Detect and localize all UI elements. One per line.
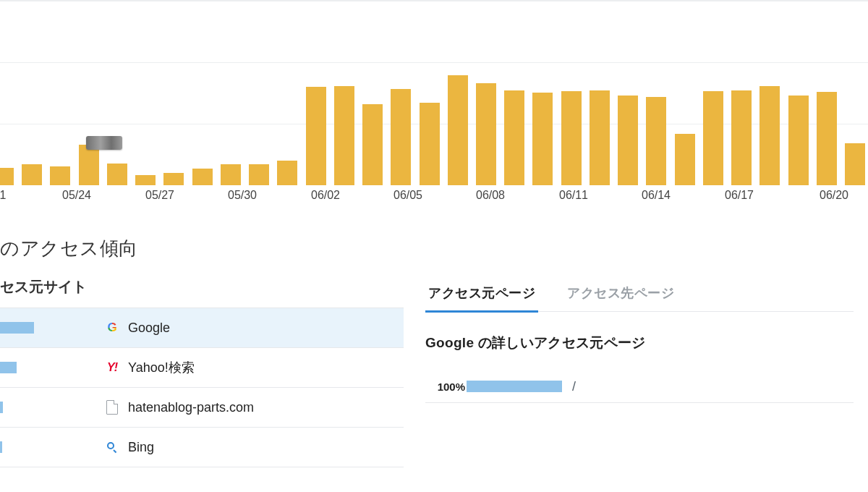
chart-bar[interactable] [703, 91, 723, 185]
chart-bar[interactable] [760, 86, 780, 185]
chart-x-tick: 06/02 [311, 189, 340, 202]
chart-x-tick: 1 [0, 189, 6, 202]
chart-bar[interactable] [590, 90, 610, 185]
chart-bar[interactable] [731, 90, 752, 185]
source-bar-cell [0, 308, 98, 347]
chart-x-tick: 05/30 [228, 189, 257, 202]
chart-bar[interactable] [0, 168, 14, 185]
source-row-google[interactable]: GGoogle [0, 308, 404, 348]
chart-bar[interactable] [817, 92, 837, 185]
chart-bar[interactable] [618, 96, 638, 185]
chart-x-axis: 105/2405/2705/3006/0206/0506/0806/1106/1… [0, 185, 868, 207]
source-label: Bing [128, 440, 154, 455]
chart-bar[interactable] [50, 166, 70, 185]
yahoo-icon: Y! [105, 360, 119, 375]
chart-x-tick: 06/11 [559, 189, 588, 202]
tab-destination-pages[interactable]: アクセス先ページ [564, 277, 677, 313]
chart-x-tick: 06/17 [725, 189, 754, 202]
detail-tabs: アクセス元ページアクセス先ページ [425, 277, 854, 312]
source-bar-cell [0, 388, 98, 427]
search-icon [105, 440, 119, 454]
source-label: hatenablog-parts.com [128, 400, 254, 415]
chart-bar[interactable] [362, 104, 383, 185]
chart-bar[interactable] [306, 87, 326, 185]
chart-bar[interactable] [391, 89, 411, 185]
source-row-yahoo-[interactable]: Y!Yahoo!検索 [0, 348, 404, 388]
panel-title-source-sites: セス元サイト [0, 277, 404, 297]
chart-x-tick: 06/08 [476, 189, 505, 202]
chart-bar[interactable] [561, 91, 582, 185]
access-chart [0, 0, 868, 185]
source-site-list: GGoogleY!Yahoo!検索hatenablog-parts.comBin… [0, 308, 404, 467]
tab-source-pages[interactable]: アクセス元ページ [425, 277, 538, 313]
chart-bar[interactable] [334, 86, 354, 185]
chart-tooltip-blurred [86, 136, 122, 150]
chart-x-tick: 06/05 [393, 189, 422, 202]
source-row-hatenablog-parts-com[interactable]: hatenablog-parts.com [0, 388, 404, 428]
detail-link[interactable]: / [572, 379, 576, 394]
chart-x-tick: 06/20 [820, 189, 848, 202]
google-icon: G [105, 321, 119, 335]
chart-x-tick: 06/14 [642, 189, 671, 202]
chart-x-tick: 05/27 [145, 189, 174, 202]
source-label: Yahoo!検索 [128, 359, 195, 376]
chart-bar[interactable] [420, 103, 440, 185]
detail-panel-title: Google の詳しいアクセス元ページ [425, 334, 854, 352]
chart-bar[interactable] [675, 134, 695, 185]
chart-bar[interactable] [22, 164, 42, 185]
chart-bar[interactable] [646, 97, 666, 185]
chart-bar[interactable] [277, 161, 297, 185]
chart-bar[interactable] [135, 175, 156, 185]
chart-bar[interactable] [788, 96, 809, 185]
chart-bar[interactable] [192, 169, 213, 185]
chart-bar[interactable] [221, 164, 241, 185]
chart-bar[interactable] [448, 75, 468, 185]
source-bar-cell [0, 428, 98, 467]
source-bar [0, 362, 17, 373]
detail-percentage: 100% [425, 381, 467, 393]
source-bar-cell [0, 348, 98, 387]
chart-bar[interactable] [532, 93, 553, 185]
detail-bar [467, 381, 562, 392]
detail-row[interactable]: 100%/ [425, 370, 854, 403]
chart-bar[interactable] [163, 173, 184, 185]
chart-bar[interactable] [845, 143, 865, 185]
chart-bar[interactable] [476, 83, 496, 185]
chart-bar[interactable] [504, 90, 524, 185]
chart-bar[interactable] [249, 164, 269, 185]
source-label: Google [128, 321, 170, 336]
source-bar [0, 402, 3, 413]
chart-bar[interactable] [79, 145, 99, 185]
source-bar [0, 441, 2, 453]
file-icon [105, 400, 119, 415]
source-row-bing[interactable]: Bing [0, 428, 404, 467]
chart-x-tick: 05/24 [62, 189, 91, 202]
chart-bar[interactable] [107, 164, 127, 185]
section-title-access-trend: のアクセス傾向 [0, 236, 868, 261]
source-bar [0, 322, 34, 334]
